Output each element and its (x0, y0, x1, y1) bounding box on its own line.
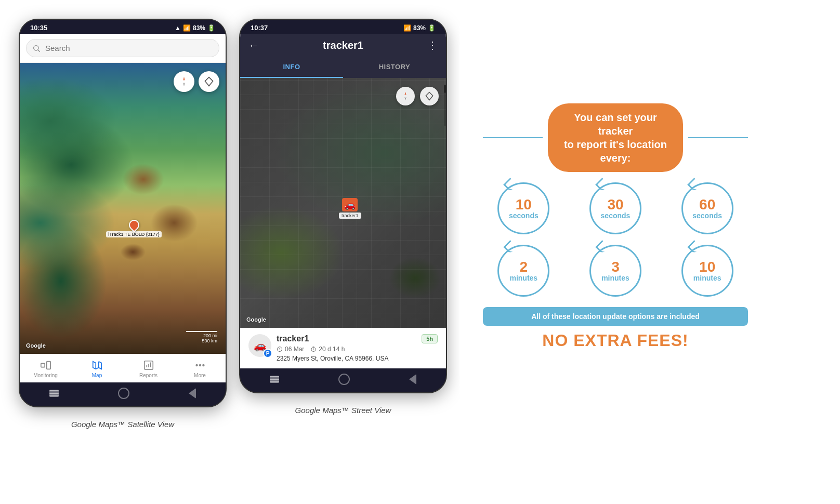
number-2m: 2 (520, 260, 528, 274)
battery-icon-phone1: 🔋 (207, 24, 215, 32)
interval-2m: 2 minutes (483, 245, 565, 297)
home-indicator-phone2 (240, 368, 446, 392)
back-btn[interactable] (189, 388, 196, 399)
battery-icon-phone2: 🔋 (428, 24, 436, 32)
compass-button[interactable] (174, 71, 194, 92)
compass2-button[interactable] (396, 87, 415, 105)
time-phone1: 10:35 (30, 24, 47, 32)
tracker-card: 🚗 P tracker1 06 Mar (240, 328, 446, 368)
tab-history[interactable]: HISTORY (343, 57, 446, 78)
status-icons-phone1: ▲ 📶 83% 🔋 (175, 24, 215, 32)
back-btn2[interactable] (409, 374, 416, 384)
title-text-line1: You can set your tracker (560, 111, 671, 138)
infographic: You can set your tracker to report it's … (472, 93, 758, 361)
svg-marker-16 (426, 92, 433, 100)
status-icons-phone2: 📶 83% 🔋 (403, 24, 436, 32)
search-field-wrap[interactable] (26, 39, 219, 57)
compass2-icon (400, 91, 411, 101)
nav-map-label: Map (92, 373, 102, 378)
navigate2-button[interactable] (420, 87, 439, 105)
nav-monitoring-label: Monitoring (33, 373, 58, 378)
tracker-title: tracker1 (323, 39, 363, 51)
nav-reports-label: Reports (139, 373, 158, 378)
svg-marker-2 (183, 77, 185, 81)
circle-10s: 10 seconds (497, 182, 549, 234)
title-text-line2: to report it's location every: (560, 138, 671, 165)
intervals-grid: 10 seconds 30 seconds 60 seconds (483, 182, 748, 297)
recent-apps-btn[interactable] (49, 390, 59, 397)
timer-icon (310, 346, 317, 352)
tracker-info: tracker1 06 Mar (277, 334, 416, 362)
nav-more[interactable]: More (185, 360, 216, 378)
map-satellite: iTrack1 TE BOLD (0177) Google 200 mi 500… (20, 63, 226, 354)
map-pin[interactable]: iTrack1 TE BOLD (0177) (106, 220, 162, 237)
tracker-name: tracker1 (277, 334, 416, 343)
search-icon (32, 44, 41, 52)
home-btn[interactable] (118, 388, 129, 399)
nav-more-label: More (194, 373, 206, 378)
time-phone2: 10:37 (251, 24, 268, 32)
navigate2-icon (425, 91, 434, 101)
scale-line (186, 331, 217, 332)
more-icon (194, 360, 206, 371)
number-3m: 3 (611, 260, 620, 274)
map2-pin[interactable]: 🚗 tracker1 (339, 198, 361, 219)
number-60s: 60 (699, 197, 715, 212)
svg-point-13 (203, 365, 204, 366)
interval-30s: 30 seconds (575, 182, 657, 234)
duration-value: 20 d 14 h (319, 346, 345, 353)
scrollbar-thumb (444, 85, 446, 93)
map-icon (91, 360, 103, 371)
unit-2m: minutes (509, 274, 537, 282)
search-input[interactable] (26, 39, 219, 57)
home-btn2[interactable] (338, 374, 350, 385)
no-fees-banner: All of these location update options are… (483, 307, 748, 326)
number-30s: 30 (607, 197, 623, 212)
unit-10s: seconds (509, 212, 539, 219)
network-icon-phone1: 📶 (183, 24, 191, 32)
no-fees-text: NO EXTRA FEES! (483, 331, 748, 350)
scale-label-mi: 200 mi (186, 333, 217, 338)
tracker-date: 06 Mar (277, 346, 304, 353)
svg-point-0 (34, 45, 38, 50)
right-panel: You can set your tracker to report it's … (460, 19, 771, 434)
circle-30s: 30 seconds (589, 182, 641, 234)
svg-point-11 (196, 365, 198, 366)
recent-apps-btn2[interactable] (270, 376, 279, 383)
map-satellite-bg (20, 63, 226, 354)
map2-label: tracker1 (339, 213, 361, 219)
svg-marker-4 (205, 77, 213, 86)
tracker-icon-wrap: 🚗 P (248, 334, 271, 357)
svg-line-1 (38, 50, 40, 52)
caption-phone1: Google Maps™ Satellite View (71, 420, 174, 429)
tracker-address: 2325 Myers St, Oroville, CA 95966, USA (277, 355, 416, 362)
tracker-badge: 5h (422, 334, 438, 343)
phone-1-mockup: 10:35 ▲ 📶 83% 🔋 (19, 19, 227, 407)
nav-reports[interactable]: Reports (133, 360, 164, 378)
svg-marker-15 (404, 97, 406, 101)
number-10s: 10 (516, 197, 532, 212)
phone1-body: iTrack1 TE BOLD (0177) Google 200 mi 500… (20, 34, 226, 382)
back-button[interactable]: ← (248, 39, 259, 51)
tracker-header: ← tracker1 ⋮ (240, 34, 446, 57)
title-row: You can set your tracker to report it's … (483, 103, 748, 172)
nav-monitoring[interactable]: Monitoring (30, 360, 61, 378)
menu-button[interactable]: ⋮ (427, 39, 438, 51)
unit-10m: minutes (693, 274, 721, 282)
tracker-duration: 20 d 14 h (310, 346, 345, 353)
unit-3m: minutes (601, 274, 629, 282)
interval-10s: 10 seconds (483, 182, 565, 234)
svg-marker-3 (183, 83, 185, 86)
navigate-button[interactable] (199, 71, 219, 92)
svg-rect-5 (41, 363, 44, 367)
monitoring-icon (40, 360, 51, 371)
phone2-body: ← tracker1 ⋮ INFO HISTORY (240, 34, 446, 368)
car-icon: 🚗 (342, 198, 358, 211)
tab-info[interactable]: INFO (240, 57, 343, 78)
signal-icon-phone2: 📶 (403, 24, 411, 32)
interval-60s: 60 seconds (666, 182, 748, 234)
svg-point-12 (199, 365, 201, 366)
nav-map[interactable]: Map (82, 360, 113, 378)
svg-rect-6 (46, 362, 50, 369)
interval-3m: 3 minutes (575, 245, 657, 297)
